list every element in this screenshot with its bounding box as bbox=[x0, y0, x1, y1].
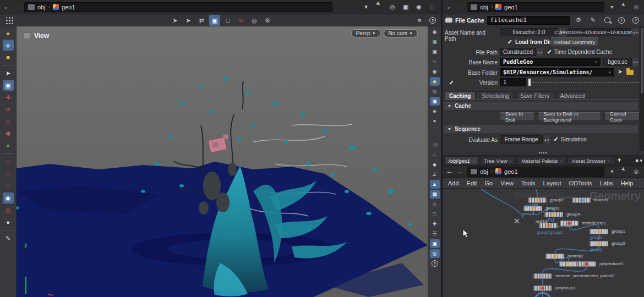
file-path-dropdown[interactable]: Constructed bbox=[500, 48, 536, 56]
evaluate-as-stepper[interactable]: ▲▼ bbox=[544, 135, 550, 144]
breadcrumb[interactable]: obj › geo1 bbox=[24, 2, 332, 12]
asset-definition-dropdown[interactable]: filecache::2.0 bbox=[500, 28, 558, 36]
menu-layout[interactable]: Layout bbox=[543, 180, 561, 186]
maximize-pane-icon[interactable]: ■ ▾ bbox=[636, 158, 642, 163]
node-unnamed[interactable] bbox=[559, 261, 578, 267]
params-resize-grip[interactable] bbox=[443, 151, 644, 155]
forward-arrow-icon[interactable]: → bbox=[14, 3, 21, 11]
menu-edit[interactable]: Edit bbox=[467, 180, 477, 186]
help-circle-icon[interactable]: ? bbox=[430, 259, 440, 268]
extension-dropdown[interactable]: bgeo.sc bbox=[603, 58, 632, 66]
node-remove_unconnected_points2[interactable] bbox=[533, 273, 552, 279]
network-crumb-obj[interactable]: obj bbox=[480, 168, 488, 175]
translate-handle-icon[interactable]: ✚ bbox=[3, 92, 14, 103]
node-name-field[interactable]: filecache1 bbox=[487, 16, 570, 25]
menu-go[interactable]: Go bbox=[485, 180, 493, 186]
node-polysoup1[interactable] bbox=[533, 285, 552, 291]
help-icon[interactable]: ? bbox=[630, 15, 641, 26]
node-chooser-icon[interactable]: ➤ bbox=[618, 68, 623, 75]
file-path-stepper[interactable]: ▲▼ bbox=[537, 48, 543, 56]
select-arrow-icon[interactable]: ➤ bbox=[3, 68, 14, 79]
visualizer-icon[interactable]: ▣ bbox=[430, 239, 440, 248]
vertex-markers-icon[interactable]: ◆ bbox=[430, 160, 440, 169]
axis-tool-icon[interactable]: ✶ bbox=[3, 140, 14, 151]
breadcrumb-obj[interactable]: obj bbox=[37, 4, 46, 10]
view-tool-icon[interactable]: ➤ bbox=[170, 15, 181, 26]
info-icon[interactable]: i bbox=[616, 15, 627, 26]
save-to-disk-in-background-button[interactable]: Save to Disk in Background bbox=[538, 112, 601, 121]
network-forward-icon[interactable]: → bbox=[456, 167, 463, 175]
pane-tab-asset-browser[interactable]: Asset Browser▪ bbox=[567, 156, 614, 165]
help-icon[interactable]: ? bbox=[427, 15, 438, 26]
add-tab-button[interactable]: + bbox=[618, 156, 621, 164]
box-select-icon[interactable]: ▣ bbox=[209, 15, 220, 26]
perspective-sphere-icon[interactable]: ◉ bbox=[430, 67, 440, 76]
display-options-icon[interactable]: ≡ bbox=[414, 15, 425, 26]
cancel-cook-button[interactable]: Cancel Cook bbox=[604, 112, 640, 121]
dropdown-arrow-icon[interactable]: ▾ bbox=[361, 2, 372, 13]
pin-icon[interactable]: ➤ bbox=[372, 0, 387, 15]
network-editor[interactable]: Indie Edition Geometry group2bound1group… bbox=[443, 189, 644, 297]
high-quality-lighting-icon[interactable]: ◎ bbox=[430, 87, 440, 96]
menu-labs[interactable]: Labs bbox=[600, 180, 613, 186]
select-tool-icon[interactable]: ➤ bbox=[183, 15, 194, 26]
menu-add[interactable]: Add bbox=[448, 180, 459, 186]
params-scrollbar[interactable] bbox=[640, 26, 644, 151]
sculpt-brush-icon[interactable]: ◉ bbox=[3, 193, 14, 204]
network-breadcrumb[interactable]: obj › geo1 bbox=[467, 167, 604, 177]
secure-selection-lock-icon[interactable]: ▣ bbox=[3, 80, 14, 91]
brush-icon[interactable]: ✎ bbox=[587, 15, 598, 26]
extension-stepper[interactable]: ▲▼ bbox=[632, 58, 638, 66]
menu-tools[interactable]: Tools bbox=[521, 180, 536, 186]
select-visible-icon[interactable]: ⊘ bbox=[236, 15, 247, 26]
scale-handle-icon[interactable]: ◇ bbox=[3, 116, 14, 127]
breadcrumb-geo1[interactable]: geo1 bbox=[62, 4, 75, 10]
version-field[interactable]: 1 bbox=[500, 78, 526, 86]
params-breadcrumb[interactable]: obj › geo1 bbox=[467, 2, 604, 12]
simulation-checkbox[interactable]: ✓ bbox=[553, 136, 559, 142]
node-blast1[interactable] bbox=[539, 223, 558, 228]
blank-pane-icon[interactable]: □ bbox=[427, 2, 438, 13]
template-geometry-icon[interactable]: □ bbox=[430, 210, 440, 218]
wireframe-mode-icon[interactable]: ▦ bbox=[430, 190, 440, 199]
pin-icon[interactable]: ➤ bbox=[618, 1, 631, 13]
snap-multi-icon[interactable]: ∩ bbox=[3, 180, 14, 191]
node-group2[interactable] bbox=[528, 197, 547, 203]
pane-tab-material-palette[interactable]: Material Palette▪ bbox=[517, 156, 566, 165]
materials-icon[interactable]: ● bbox=[430, 117, 440, 125]
cache-section-header[interactable]: ▼Cache bbox=[444, 102, 638, 110]
version-slider-handle[interactable] bbox=[528, 79, 531, 86]
point-normals-icon[interactable]: ∴ bbox=[430, 150, 440, 159]
shadows-icon[interactable]: ▣ bbox=[430, 97, 440, 106]
file-chooser-folder-icon[interactable] bbox=[626, 70, 634, 75]
gear-menu-icon[interactable]: ⚙ bbox=[573, 15, 584, 26]
viewport-tab[interactable]: View bbox=[23, 32, 49, 40]
shaded-mode-icon[interactable]: ▲ bbox=[430, 180, 440, 189]
menu-view[interactable]: View bbox=[500, 180, 514, 186]
point-numbers-icon[interactable]: .12 bbox=[430, 140, 440, 149]
radial-menu-icon[interactable]: ◎ bbox=[632, 3, 641, 12]
points-display-icon[interactable]: · bbox=[430, 130, 440, 139]
ghost-geometry-icon[interactable]: ◇ bbox=[430, 200, 440, 208]
rotate-handle-icon[interactable]: ⟳ bbox=[3, 104, 14, 115]
persp-dropdown[interactable]: Persp▼ bbox=[351, 29, 381, 37]
asset-path-stepper[interactable]: ▲▼ bbox=[632, 28, 638, 36]
node-group5[interactable] bbox=[590, 241, 608, 246]
toolbar-grip-icon[interactable] bbox=[6, 16, 13, 24]
camera-dropdown[interactable]: No cam▼ bbox=[384, 29, 418, 37]
stamp-icon[interactable]: ✎ bbox=[3, 233, 14, 244]
shelf-custom-icon[interactable]: ■ bbox=[3, 52, 14, 63]
load-from-disk-checkbox[interactable]: ✓ bbox=[506, 38, 513, 45]
asset-path-dropdown[interactable]: C:/PROGRA~1/SIDEEF~1/HOUDIN~1.... bbox=[568, 28, 631, 36]
group-list-icon[interactable]: ☰ bbox=[430, 229, 440, 238]
search-icon[interactable] bbox=[602, 15, 613, 26]
show-handles-icon[interactable]: ◎ bbox=[249, 15, 260, 26]
camera-lock-icon[interactable]: ▣ bbox=[430, 47, 440, 56]
pose-tool-icon[interactable]: ✱ bbox=[3, 128, 14, 139]
radial-menu-icon[interactable]: ◎ bbox=[632, 167, 641, 176]
params-forward-icon[interactable]: → bbox=[456, 3, 463, 11]
snap-grid-icon[interactable]: ∩ bbox=[3, 156, 14, 167]
headlight-icon[interactable]: ○ bbox=[430, 57, 440, 66]
save-to-disk-button[interactable]: Save to Disk bbox=[500, 112, 534, 121]
params-crumb-obj[interactable]: obj bbox=[480, 4, 488, 10]
